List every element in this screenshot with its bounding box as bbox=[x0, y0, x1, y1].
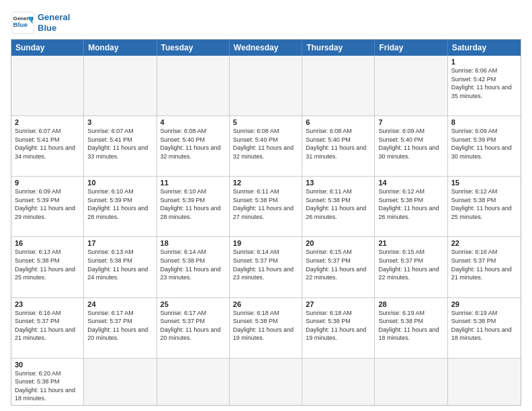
sun-info: Sunrise: 6:11 AM Sunset: 5:38 PM Dayligh… bbox=[233, 187, 298, 221]
day-number: 25 bbox=[161, 300, 226, 308]
sun-info: Sunrise: 6:08 AM Sunset: 5:40 PM Dayligh… bbox=[233, 127, 298, 161]
cal-cell-empty-5-4 bbox=[302, 359, 375, 405]
sun-info: Sunrise: 6:17 AM Sunset: 5:37 PM Dayligh… bbox=[161, 309, 226, 342]
calendar: SundayMondayTuesdayWednesdayThursdayFrid… bbox=[11, 39, 521, 406]
cal-cell-4: 4Sunrise: 6:08 AM Sunset: 5:40 PM Daylig… bbox=[157, 116, 230, 176]
cal-header-sunday: Sunday bbox=[11, 40, 84, 56]
cal-week-1: 2Sunrise: 6:07 AM Sunset: 5:41 PM Daylig… bbox=[11, 116, 521, 176]
cal-cell-empty-0-4 bbox=[302, 56, 375, 116]
cal-header-saturday: Saturday bbox=[448, 40, 521, 56]
cal-cell-30: 30Sunrise: 6:20 AM Sunset: 5:38 PM Dayli… bbox=[11, 359, 84, 405]
sun-info: Sunrise: 6:08 AM Sunset: 5:40 PM Dayligh… bbox=[306, 127, 371, 161]
cal-cell-19: 19Sunrise: 6:14 AM Sunset: 5:37 PM Dayli… bbox=[230, 237, 302, 297]
sun-info: Sunrise: 6:17 AM Sunset: 5:37 PM Dayligh… bbox=[87, 309, 152, 342]
cal-cell-12: 12Sunrise: 6:11 AM Sunset: 5:38 PM Dayli… bbox=[230, 177, 302, 236]
cal-week-4: 23Sunrise: 6:16 AM Sunset: 5:37 PM Dayli… bbox=[11, 298, 521, 358]
sun-info: Sunrise: 6:09 AM Sunset: 5:39 PM Dayligh… bbox=[451, 127, 517, 161]
cal-header-friday: Friday bbox=[375, 40, 447, 56]
sun-info: Sunrise: 6:12 AM Sunset: 5:38 PM Dayligh… bbox=[451, 187, 517, 221]
sun-info: Sunrise: 6:19 AM Sunset: 5:38 PM Dayligh… bbox=[378, 309, 443, 342]
sun-info: Sunrise: 6:13 AM Sunset: 5:38 PM Dayligh… bbox=[15, 248, 80, 281]
calendar-header-row: SundayMondayTuesdayWednesdayThursdayFrid… bbox=[11, 40, 521, 56]
cal-cell-18: 18Sunrise: 6:14 AM Sunset: 5:38 PM Dayli… bbox=[157, 237, 230, 297]
cal-cell-3: 3Sunrise: 6:07 AM Sunset: 5:41 PM Daylig… bbox=[84, 116, 157, 176]
sun-info: Sunrise: 6:06 AM Sunset: 5:42 PM Dayligh… bbox=[451, 66, 517, 100]
sun-info: Sunrise: 6:16 AM Sunset: 5:37 PM Dayligh… bbox=[15, 309, 80, 342]
cal-cell-2: 2Sunrise: 6:07 AM Sunset: 5:41 PM Daylig… bbox=[11, 116, 84, 176]
day-number: 5 bbox=[233, 118, 298, 126]
logo-text: General Blue bbox=[38, 12, 70, 33]
cal-cell-empty-0-2 bbox=[157, 56, 230, 116]
logo-icon: General Blue bbox=[11, 11, 35, 35]
sun-info: Sunrise: 6:18 AM Sunset: 5:38 PM Dayligh… bbox=[306, 309, 371, 342]
cal-cell-empty-5-3 bbox=[230, 359, 302, 405]
cal-cell-14: 14Sunrise: 6:12 AM Sunset: 5:38 PM Dayli… bbox=[375, 177, 447, 236]
cal-week-5: 30Sunrise: 6:20 AM Sunset: 5:38 PM Dayli… bbox=[11, 358, 521, 405]
day-number: 13 bbox=[306, 179, 371, 187]
day-number: 14 bbox=[378, 179, 443, 187]
sun-info: Sunrise: 6:18 AM Sunset: 5:38 PM Dayligh… bbox=[233, 309, 298, 342]
cal-cell-empty-0-0 bbox=[11, 56, 84, 116]
sun-info: Sunrise: 6:07 AM Sunset: 5:41 PM Dayligh… bbox=[15, 127, 80, 161]
cal-cell-17: 17Sunrise: 6:13 AM Sunset: 5:38 PM Dayli… bbox=[84, 237, 157, 297]
cal-cell-empty-0-5 bbox=[375, 56, 447, 116]
cal-cell-6: 6Sunrise: 6:08 AM Sunset: 5:40 PM Daylig… bbox=[302, 116, 375, 176]
calendar-body: 1Sunrise: 6:06 AM Sunset: 5:42 PM Daylig… bbox=[11, 56, 521, 405]
cal-cell-16: 16Sunrise: 6:13 AM Sunset: 5:38 PM Dayli… bbox=[11, 237, 84, 297]
cal-week-3: 16Sunrise: 6:13 AM Sunset: 5:38 PM Dayli… bbox=[11, 236, 521, 297]
cal-cell-13: 13Sunrise: 6:11 AM Sunset: 5:38 PM Dayli… bbox=[302, 177, 375, 236]
cal-cell-23: 23Sunrise: 6:16 AM Sunset: 5:37 PM Dayli… bbox=[11, 298, 84, 358]
day-number: 1 bbox=[451, 58, 517, 66]
cal-header-monday: Monday bbox=[84, 40, 157, 56]
day-number: 21 bbox=[378, 239, 443, 247]
day-number: 26 bbox=[233, 300, 298, 308]
sun-info: Sunrise: 6:09 AM Sunset: 5:39 PM Dayligh… bbox=[15, 187, 80, 221]
svg-text:Blue: Blue bbox=[13, 21, 28, 28]
sun-info: Sunrise: 6:19 AM Sunset: 5:38 PM Dayligh… bbox=[451, 309, 517, 342]
day-number: 11 bbox=[161, 179, 226, 187]
cal-cell-25: 25Sunrise: 6:17 AM Sunset: 5:37 PM Dayli… bbox=[157, 298, 230, 358]
sun-info: Sunrise: 6:20 AM Sunset: 5:38 PM Dayligh… bbox=[15, 369, 80, 403]
cal-cell-empty-5-1 bbox=[84, 359, 157, 405]
sun-info: Sunrise: 6:11 AM Sunset: 5:38 PM Dayligh… bbox=[306, 187, 371, 221]
day-number: 8 bbox=[451, 118, 517, 126]
page: General Blue General Blue SundayMondayTu… bbox=[0, 0, 532, 411]
cal-cell-15: 15Sunrise: 6:12 AM Sunset: 5:38 PM Dayli… bbox=[448, 177, 521, 236]
cal-week-0: 1Sunrise: 6:06 AM Sunset: 5:42 PM Daylig… bbox=[11, 56, 521, 116]
sun-info: Sunrise: 6:12 AM Sunset: 5:38 PM Dayligh… bbox=[378, 187, 443, 221]
cal-cell-20: 20Sunrise: 6:15 AM Sunset: 5:37 PM Dayli… bbox=[302, 237, 375, 297]
sun-info: Sunrise: 6:09 AM Sunset: 5:40 PM Dayligh… bbox=[378, 127, 443, 161]
cal-cell-29: 29Sunrise: 6:19 AM Sunset: 5:38 PM Dayli… bbox=[448, 298, 521, 358]
cal-cell-empty-5-6 bbox=[448, 359, 521, 405]
sun-info: Sunrise: 6:14 AM Sunset: 5:37 PM Dayligh… bbox=[233, 248, 298, 281]
cal-cell-28: 28Sunrise: 6:19 AM Sunset: 5:38 PM Dayli… bbox=[375, 298, 447, 358]
day-number: 7 bbox=[378, 118, 443, 126]
day-number: 22 bbox=[451, 239, 517, 247]
day-number: 12 bbox=[233, 179, 298, 187]
day-number: 20 bbox=[306, 239, 371, 247]
sun-info: Sunrise: 6:08 AM Sunset: 5:40 PM Dayligh… bbox=[161, 127, 226, 161]
cal-cell-1: 1Sunrise: 6:06 AM Sunset: 5:42 PM Daylig… bbox=[448, 56, 521, 116]
sun-info: Sunrise: 6:15 AM Sunset: 5:37 PM Dayligh… bbox=[378, 248, 443, 281]
cal-cell-empty-0-1 bbox=[84, 56, 157, 116]
sun-info: Sunrise: 6:15 AM Sunset: 5:37 PM Dayligh… bbox=[306, 248, 371, 281]
sun-info: Sunrise: 6:10 AM Sunset: 5:39 PM Dayligh… bbox=[161, 187, 226, 221]
cal-cell-5: 5Sunrise: 6:08 AM Sunset: 5:40 PM Daylig… bbox=[230, 116, 302, 176]
cal-header-tuesday: Tuesday bbox=[157, 40, 230, 56]
cal-cell-11: 11Sunrise: 6:10 AM Sunset: 5:39 PM Dayli… bbox=[157, 177, 230, 236]
sun-info: Sunrise: 6:14 AM Sunset: 5:38 PM Dayligh… bbox=[161, 248, 226, 281]
cal-header-thursday: Thursday bbox=[302, 40, 375, 56]
day-number: 29 bbox=[451, 300, 517, 308]
cal-cell-empty-5-5 bbox=[375, 359, 447, 405]
header: General Blue General Blue bbox=[11, 8, 521, 35]
day-number: 19 bbox=[233, 239, 298, 247]
cal-cell-9: 9Sunrise: 6:09 AM Sunset: 5:39 PM Daylig… bbox=[11, 177, 84, 236]
cal-cell-8: 8Sunrise: 6:09 AM Sunset: 5:39 PM Daylig… bbox=[448, 116, 521, 176]
cal-cell-21: 21Sunrise: 6:15 AM Sunset: 5:37 PM Dayli… bbox=[375, 237, 447, 297]
day-number: 30 bbox=[15, 361, 80, 369]
day-number: 9 bbox=[15, 179, 80, 187]
cal-cell-empty-0-3 bbox=[230, 56, 302, 116]
cal-cell-10: 10Sunrise: 6:10 AM Sunset: 5:39 PM Dayli… bbox=[84, 177, 157, 236]
sun-info: Sunrise: 6:07 AM Sunset: 5:41 PM Dayligh… bbox=[87, 127, 152, 161]
day-number: 27 bbox=[306, 300, 371, 308]
